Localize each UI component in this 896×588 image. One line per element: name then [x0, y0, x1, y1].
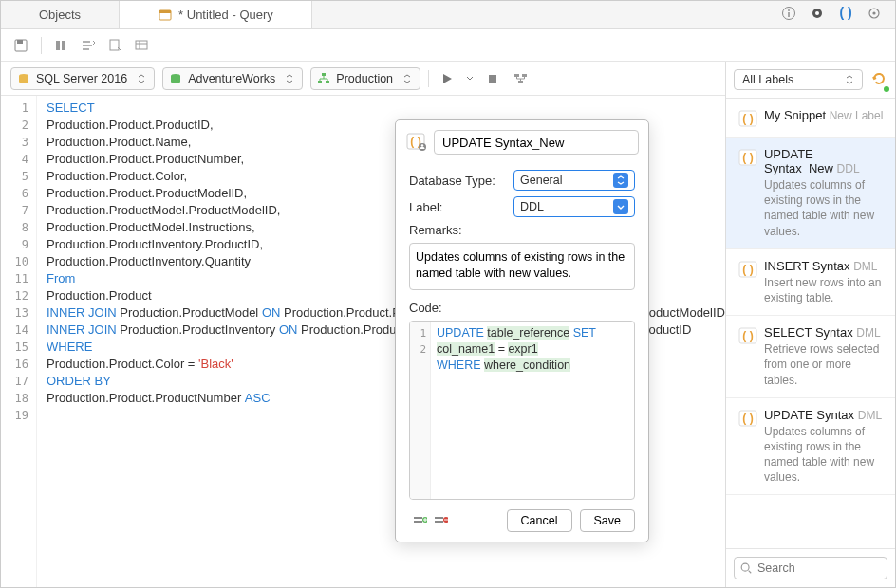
svg-text:( ): ( )	[839, 6, 851, 20]
tool-2-icon[interactable]	[78, 35, 99, 56]
info-icon[interactable]	[781, 6, 796, 24]
svg-rect-13	[62, 41, 65, 50]
snippet-icon: ( )	[737, 259, 756, 278]
label-select[interactable]: DDL	[513, 196, 635, 217]
code-label: Code:	[409, 301, 635, 315]
snippet-item[interactable]: ( )My Snippet New Label	[726, 99, 895, 138]
gear-icon[interactable]	[867, 6, 882, 24]
svg-rect-15	[136, 41, 147, 49]
snippet-title: INSERT Syntax	[764, 259, 850, 273]
svg-rect-19	[318, 81, 322, 83]
stop-icon[interactable]	[482, 68, 503, 89]
svg-rect-1	[159, 10, 171, 13]
svg-rect-14	[110, 40, 119, 50]
explain-icon[interactable]	[511, 68, 532, 89]
svg-point-3	[788, 9, 790, 11]
svg-text:( ): ( )	[742, 412, 753, 425]
svg-rect-21	[489, 75, 496, 83]
svg-point-9	[872, 11, 875, 14]
run-dropdown-icon[interactable]	[465, 68, 475, 89]
svg-rect-11	[17, 40, 23, 44]
schema-select[interactable]: Production	[310, 67, 420, 90]
snippet-label: New Label	[830, 109, 884, 122]
remarks-label: Remarks:	[409, 223, 635, 237]
snippet-item[interactable]: ( )UPDATE Syntax DMLUpdates columns of e…	[726, 398, 895, 496]
svg-text:( ): ( )	[742, 112, 753, 125]
svg-rect-18	[322, 73, 326, 76]
svg-point-39	[421, 144, 424, 147]
tab-query[interactable]: * Untitled - Query	[120, 1, 312, 28]
snippet-icon: ( )	[405, 131, 426, 155]
code-toolbar-1-icon[interactable]	[409, 510, 430, 531]
svg-rect-24	[518, 81, 523, 83]
snippet-editor-popup: ( ) Database Type: General Label: DDL Re…	[395, 119, 649, 542]
snippet-desc: Updates columns of existing rows in the …	[764, 177, 884, 239]
snippet-title: UPDATE Syntax	[764, 408, 854, 422]
svg-point-6	[815, 11, 819, 15]
snippet-title: SELECT Syntax	[764, 325, 853, 340]
snippet-label: DML	[853, 260, 877, 273]
snippet-title: My Snippet	[764, 108, 826, 122]
cancel-button[interactable]: Cancel	[507, 509, 572, 532]
dbtype-label: Database Type:	[409, 174, 504, 188]
tool-3-icon[interactable]	[104, 35, 125, 56]
refresh-icon[interactable]	[870, 70, 887, 90]
snippet-icon: ( )	[737, 325, 756, 344]
snippet-desc: Retrieve rows selected from one or more …	[764, 341, 884, 388]
svg-text:( ): ( )	[742, 151, 753, 164]
svg-rect-4	[788, 12, 789, 17]
query-icon	[158, 8, 173, 23]
svg-rect-22	[514, 74, 519, 77]
snippet-search-input[interactable]	[734, 557, 887, 579]
label-filter-select[interactable]: All Labels	[734, 69, 863, 90]
save-button[interactable]: Save	[580, 509, 636, 532]
eye-icon[interactable]	[810, 6, 825, 24]
snippet-label: DML	[856, 326, 880, 340]
snippet-code-editor[interactable]: UPDATE table_reference SET col_name1 = e…	[431, 322, 634, 499]
save-icon[interactable]	[10, 35, 31, 56]
snippet-icon: ( )	[737, 108, 756, 127]
svg-rect-23	[522, 74, 527, 77]
dbtype-select[interactable]: General	[513, 170, 635, 191]
label-label: Label:	[409, 200, 504, 214]
database-select[interactable]: AdventureWorks	[162, 67, 303, 90]
svg-text:( ): ( )	[742, 329, 753, 342]
server-select[interactable]: SQL Server 2016	[10, 67, 155, 90]
snippet-title: UPDATE Syntax_New	[764, 147, 833, 175]
svg-text:( ): ( )	[742, 263, 753, 276]
code-toolbar-2-icon[interactable]	[430, 510, 451, 531]
snippet-label: DML	[858, 409, 882, 422]
line-gutter: 12345678910111213141516171819	[1, 96, 37, 587]
snippet-item[interactable]: ( )UPDATE Syntax_New DDLUpdates columns …	[726, 138, 895, 249]
search-icon	[739, 561, 753, 575]
snippet-name-input[interactable]	[434, 130, 639, 155]
remarks-textarea[interactable]	[409, 243, 635, 290]
snippet-icon: ( )	[737, 408, 756, 427]
tool-1-icon[interactable]	[51, 35, 72, 56]
svg-rect-20	[326, 81, 329, 83]
svg-rect-12	[56, 41, 60, 50]
snippet-label: DDL	[837, 162, 860, 175]
tab-objects[interactable]: Objects	[1, 1, 120, 28]
code-icon[interactable]: ( )	[838, 6, 853, 24]
run-icon[interactable]	[437, 68, 457, 89]
snippet-item[interactable]: ( )SELECT Syntax DMLRetrieve rows select…	[726, 316, 895, 398]
svg-point-35	[741, 563, 749, 571]
snippet-icon: ( )	[737, 147, 756, 166]
tool-4-icon[interactable]	[131, 35, 152, 56]
snippet-item[interactable]: ( )INSERT Syntax DMLInsert new rows into…	[726, 249, 895, 316]
snippet-desc: Insert new rows into an existing table.	[764, 275, 884, 305]
snippet-desc: Updates columns of existing rows in the …	[764, 424, 884, 486]
